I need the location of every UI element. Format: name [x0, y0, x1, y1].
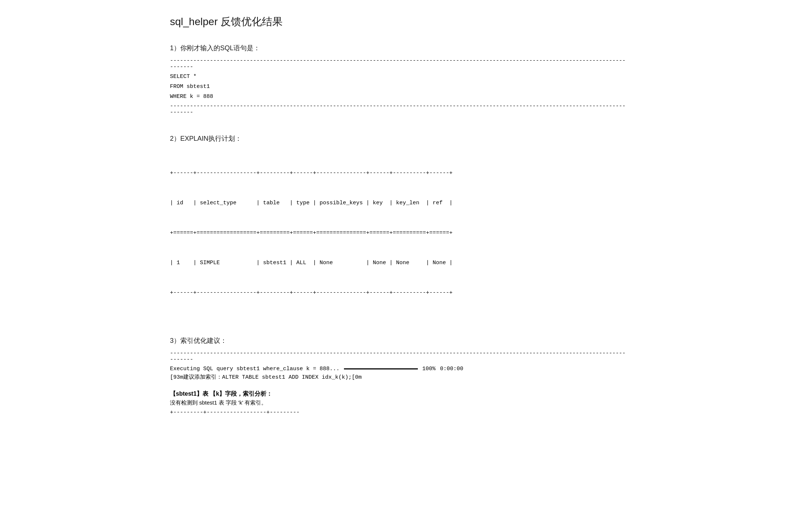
progress-bar: [344, 368, 418, 369]
page-title: sql_helper 反馈优化结果: [170, 15, 628, 29]
sql-line-1: SELECT *: [170, 72, 628, 82]
page-container: sql_helper 反馈优化结果 1）你刚才输入的SQL语句是： ------…: [148, 0, 650, 456]
progress-pct: 100%: [422, 366, 436, 372]
section1-heading: 1）你刚才输入的SQL语句是：: [170, 44, 628, 52]
section-index-suggestion: 3）索引优化建议： ------------------------------…: [170, 336, 628, 416]
section-explain: 2）EXPLAIN执行计划： +------+-----------------…: [170, 134, 628, 318]
progress-time: 0:00:00: [440, 366, 463, 372]
analysis-text: 没有检测到 sbtest1 表 字段 'k' 有索引。: [170, 399, 628, 406]
executing-text: Executing SQL query sbtest1 where_clause…: [170, 366, 340, 372]
analysis-heading: 【sbtest1】表 【k】字段，索引分析：: [170, 390, 628, 398]
sql-content: SELECT * FROM sbtest1 WHERE k = 888: [170, 70, 628, 103]
section3-heading: 3）索引优化建议：: [170, 336, 628, 345]
progress-line: Executing SQL query sbtest1 where_clause…: [170, 366, 628, 372]
section3-bottom-dashes: +---------+------------------+---------: [170, 409, 628, 416]
bracket-close-1: 】表 【: [197, 391, 216, 397]
section3-dashed: ----------------------------------------…: [170, 350, 628, 363]
table-header-row: | id | select_type | table | type | poss…: [170, 198, 628, 208]
section-sql-input: 1）你刚才输入的SQL语句是： ------------------------…: [170, 44, 628, 116]
section2-heading: 2）EXPLAIN执行计划：: [170, 134, 628, 143]
explain-table: +------+------------------+---------+---…: [170, 148, 628, 318]
table-bottom-border: +------+------------------+---------+---…: [170, 288, 628, 298]
analysis-table-name: sbtest1: [176, 391, 197, 397]
add-index-line: [93m建议添加索引：ALTER TABLE sbtest1 ADD INDEX…: [170, 374, 628, 381]
bracket-open: 【: [170, 391, 176, 397]
section1-dashed-bottom: ----------------------------------------…: [170, 103, 628, 116]
sql-line-2: FROM sbtest1: [170, 82, 628, 92]
bracket-close-2: 】字段，索引分析：: [219, 391, 272, 397]
table-data-row: | 1 | SIMPLE | sbtest1 | ALL | None | No…: [170, 258, 628, 268]
section1-dashed-top: ----------------------------------------…: [170, 58, 628, 70]
sql-line-3: WHERE k = 888: [170, 92, 628, 102]
table-top-border: +------+------------------+---------+---…: [170, 168, 628, 178]
table-separator: +======+==================+=========+===…: [170, 228, 628, 238]
